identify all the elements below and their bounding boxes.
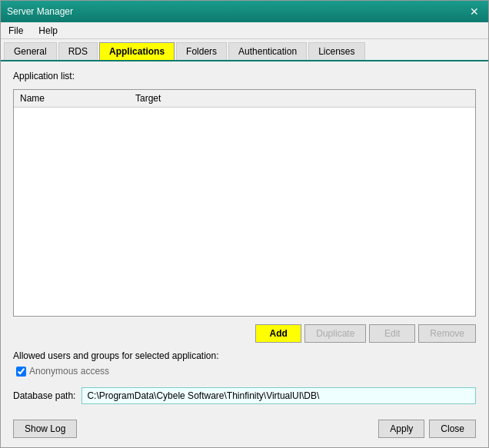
anonymous-access-row: Anonymous access [16, 366, 476, 377]
tab-bar: General RDS Applications Folders Authent… [1, 39, 488, 61]
app-list-container[interactable]: Name Target [13, 89, 476, 317]
menu-help[interactable]: Help [34, 24, 62, 37]
app-list-label: Application list: [13, 71, 476, 81]
menu-bar: File Help [1, 22, 488, 39]
col-header-target: Target [135, 93, 161, 104]
col-header-name: Name [20, 93, 135, 104]
main-window: Server Manager ✕ File Help General RDS A… [0, 0, 489, 448]
menu-file[interactable]: File [4, 24, 28, 37]
db-path-label: Database path: [13, 390, 75, 401]
footer-right-buttons: Apply Close [378, 420, 476, 438]
allowed-label: Allowed users and groups for selected ap… [13, 350, 476, 361]
action-buttons: Add Duplicate Edit Remove [13, 324, 476, 343]
tab-rds[interactable]: RDS [58, 42, 98, 60]
window-title: Server Manager [7, 6, 73, 17]
tab-general[interactable]: General [4, 42, 57, 60]
edit-button[interactable]: Edit [369, 324, 415, 343]
tab-folders[interactable]: Folders [176, 42, 227, 60]
add-button[interactable]: Add [255, 324, 301, 343]
close-window-button[interactable]: ✕ [467, 4, 482, 19]
tab-applications[interactable]: Applications [99, 42, 175, 60]
duplicate-button[interactable]: Duplicate [304, 324, 366, 343]
allowed-section: Allowed users and groups for selected ap… [13, 350, 476, 377]
tab-authentication[interactable]: Authentication [228, 42, 307, 60]
anonymous-access-checkbox[interactable] [16, 367, 26, 377]
title-bar: Server Manager ✕ [1, 1, 488, 22]
content-area: Application list: Name Target Add Duplic… [1, 61, 488, 413]
show-log-button[interactable]: Show Log [13, 420, 77, 438]
tab-licenses[interactable]: Licenses [308, 42, 364, 60]
app-list-body[interactable] [14, 108, 475, 246]
close-button[interactable]: Close [429, 420, 476, 438]
db-path-section: Database path: [13, 387, 476, 404]
apply-button[interactable]: Apply [378, 420, 424, 438]
footer-buttons: Show Log Apply Close [1, 413, 488, 447]
anonymous-access-label: Anonymous access [29, 366, 109, 377]
app-list-header: Name Target [14, 90, 475, 108]
db-path-input[interactable] [82, 387, 476, 404]
remove-button[interactable]: Remove [418, 324, 476, 343]
